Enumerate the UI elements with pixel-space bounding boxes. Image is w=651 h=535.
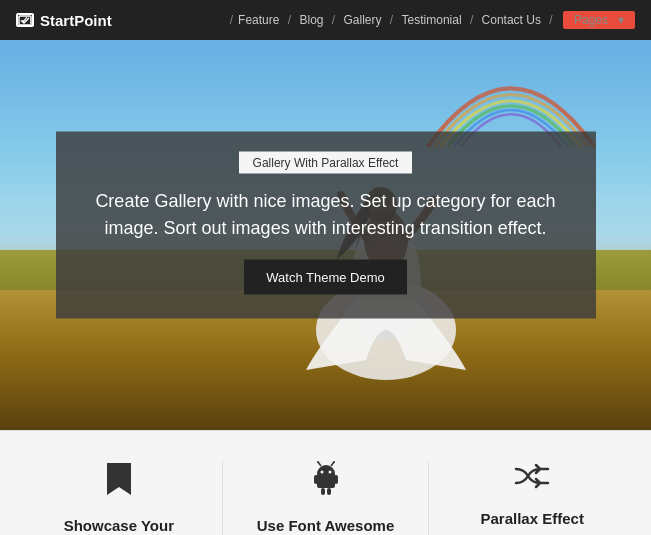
hero-badge: Gallery With Parallax Effect [239,152,413,174]
divider-2 [428,461,429,535]
nav-gallery[interactable]: Gallery [342,13,384,27]
feature-parallax: Parallax Effect Gallery of StartPoint co… [433,461,631,535]
svg-rect-10 [327,488,331,495]
features-section: Showcase Your Business You can showcase … [0,430,651,535]
bookmark-icon [36,461,202,505]
svg-rect-6 [317,474,335,488]
divider-1 [222,461,223,535]
svg-rect-8 [334,475,338,484]
svg-rect-7 [314,475,318,484]
feature-showcase-title: Showcase Your Business [36,517,202,535]
svg-point-12 [328,471,331,474]
hero-section: Gallery With Parallax Effect Create Gall… [0,40,651,430]
svg-point-16 [333,461,335,463]
hero-overlay-box: Gallery With Parallax Effect Create Gall… [56,132,596,319]
svg-point-11 [320,471,323,474]
svg-rect-0 [19,16,31,25]
watch-demo-button[interactable]: Watch Theme Demo [244,260,407,295]
nav-sep4: / [467,13,477,27]
svg-rect-9 [321,488,325,495]
shuffle-icon [449,461,615,498]
nav-sep2: / [329,13,339,27]
hero-title: Create Gallery with nice images. Set up … [86,188,566,242]
feature-icons: Use Font Awesome Icons Go to Font Awesom… [227,461,425,535]
svg-point-15 [317,461,319,463]
logo[interactable]: StartPoint [16,12,112,29]
navbar: StartPoint / Feature / Blog / Gallery / … [0,0,651,40]
chevron-down-icon: ▾ [618,13,624,27]
feature-icons-title: Use Font Awesome Icons [243,517,409,535]
nav-pages-button[interactable]: Pages ▾ [563,11,635,29]
logo-text: StartPoint [40,12,112,29]
logo-icon [16,13,34,27]
nav-links: / Feature / Blog / Gallery / Testimonial… [227,11,635,29]
nav-feature[interactable]: Feature [236,13,281,27]
nav-sep3: / [387,13,397,27]
nav-separator: / [230,13,233,27]
nav-sep5: / [546,13,556,27]
feature-showcase: Showcase Your Business You can showcase … [20,461,218,535]
feature-parallax-title: Parallax Effect [449,510,615,527]
nav-contact[interactable]: Contact Us [480,13,543,27]
android-icon [243,461,409,505]
nav-blog[interactable]: Blog [297,13,325,27]
nav-testimonial[interactable]: Testimonial [400,13,464,27]
nav-sep1: / [284,13,294,27]
